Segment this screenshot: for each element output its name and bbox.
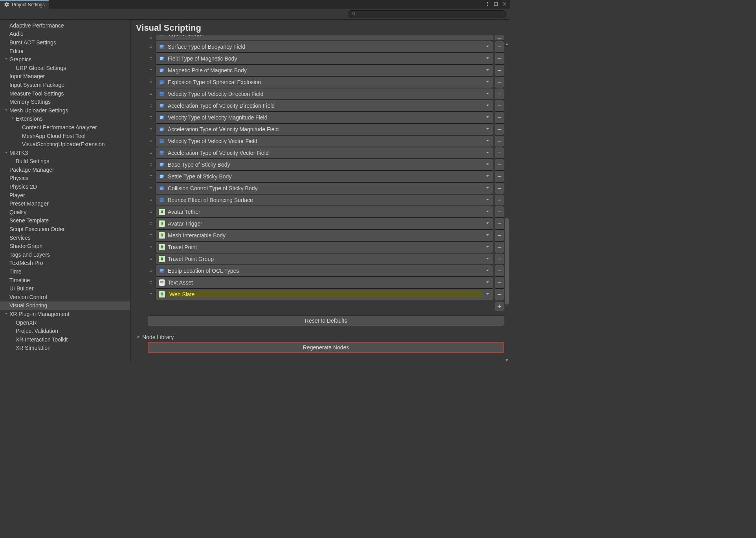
vertical-scrollbar[interactable]: ▲ ▼ — [504, 41, 510, 363]
remove-type-button[interactable]: − — [495, 76, 504, 88]
type-option-dropdown[interactable]: Base Type of Sticky Body — [156, 159, 493, 171]
remove-type-button[interactable]: − — [495, 253, 504, 265]
sidebar-item[interactable]: OpenXR — [0, 318, 130, 327]
drag-handle-icon[interactable]: = — [148, 182, 154, 194]
type-option-dropdown[interactable]: Velocity Type of Velocity Magnitude Fiel… — [156, 112, 493, 123]
type-option-dropdown[interactable]: Explosion Type of Spherical Explosion — [156, 76, 493, 88]
maximize-icon[interactable] — [493, 1, 499, 8]
sidebar-item[interactable]: TextMesh Pro — [0, 259, 130, 268]
remove-type-button[interactable]: − — [495, 112, 504, 123]
type-option-dropdown[interactable]: Equip Location of OCL Types — [156, 265, 493, 277]
type-option-dropdown[interactable]: Bounce Effect of Bouncing Surface — [156, 194, 493, 206]
scroll-thumb[interactable] — [505, 218, 509, 305]
type-option-dropdown[interactable]: Acceleration Type of Velocity Magnitude … — [156, 123, 493, 135]
type-option-dropdown[interactable]: #Travel Point — [156, 241, 493, 253]
remove-type-button[interactable]: − — [495, 206, 504, 218]
sidebar-item[interactable]: Visual Scripting — [0, 301, 130, 310]
sidebar-item[interactable]: Script Execution Order — [0, 225, 130, 233]
search-input[interactable] — [358, 11, 503, 17]
sidebar-item[interactable]: Timeline — [0, 276, 130, 285]
remove-type-button[interactable]: − — [495, 100, 504, 112]
drag-handle-icon[interactable]: = — [148, 35, 154, 41]
scroll-track[interactable] — [505, 46, 509, 358]
sidebar-item[interactable]: UI Builder — [0, 284, 130, 293]
sidebar-item[interactable]: Quality — [0, 208, 130, 217]
remove-type-button[interactable]: − — [495, 265, 504, 277]
remove-type-button[interactable]: − — [495, 64, 504, 76]
remove-type-button[interactable]: − — [495, 159, 504, 171]
sidebar-item[interactable]: Content Performance Analyzer — [0, 123, 130, 132]
main-content[interactable]: =Type of Image−=Surface Type of Buoyancy… — [130, 35, 510, 363]
sidebar-item[interactable]: Player — [0, 191, 130, 200]
type-option-dropdown[interactable]: #Mesh Interactable Body — [156, 230, 493, 241]
sidebar-item[interactable]: Audio — [0, 30, 130, 39]
reset-to-defaults-button[interactable]: Reset to Defaults — [148, 315, 504, 326]
type-option-dropdown[interactable]: Type of Image — [156, 35, 493, 41]
remove-type-button[interactable]: − — [495, 194, 504, 206]
type-option-dropdown[interactable]: #Avatar Tether — [156, 206, 493, 218]
sidebar-item[interactable]: Physics 2D — [0, 182, 130, 191]
sidebar-item[interactable]: Burst AOT Settings — [0, 38, 130, 47]
type-option-dropdown[interactable]: Magnetic Pole of Magnetic Body — [156, 64, 493, 76]
scroll-down-arrow-icon[interactable]: ▼ — [505, 358, 509, 363]
remove-type-button[interactable]: − — [495, 41, 504, 53]
sidebar-item[interactable]: Scene Template — [0, 217, 130, 225]
remove-type-button[interactable]: − — [495, 230, 504, 241]
remove-type-button[interactable]: − — [495, 171, 504, 182]
sidebar-item[interactable]: Mesh Uploader Settings — [0, 106, 130, 115]
sidebar-item[interactable]: Build Settings — [0, 157, 130, 166]
sidebar-item[interactable]: Extensions — [0, 115, 130, 123]
sidebar-item[interactable]: XR Plug-in Management — [0, 310, 130, 318]
drag-handle-icon[interactable]: = — [148, 171, 154, 182]
type-option-dropdown[interactable]: #Web Slate — [156, 288, 493, 300]
sidebar-item[interactable]: Project Validation — [0, 327, 130, 335]
type-option-dropdown[interactable]: Velocity Type of Velocity Vector Field — [156, 135, 493, 147]
drag-handle-icon[interactable]: = — [148, 123, 154, 135]
type-option-dropdown[interactable]: #Avatar Trigger — [156, 218, 493, 230]
sidebar-item[interactable]: Preset Manager — [0, 199, 130, 208]
drag-handle-icon[interactable]: = — [148, 194, 154, 206]
remove-type-button[interactable]: − — [495, 182, 504, 194]
type-option-dropdown[interactable]: Text Asset — [156, 277, 493, 288]
drag-handle-icon[interactable]: = — [148, 277, 154, 288]
sidebar-item[interactable]: ShaderGraph — [0, 242, 130, 250]
remove-type-button[interactable]: − — [495, 135, 504, 147]
remove-type-button[interactable]: − — [495, 35, 504, 41]
type-option-dropdown[interactable]: Collision Control Type of Sticky Body — [156, 182, 493, 194]
drag-handle-icon[interactable]: = — [148, 100, 154, 112]
drag-handle-icon[interactable]: = — [148, 64, 154, 76]
type-option-dropdown[interactable]: Surface Type of Buoyancy Field — [156, 41, 493, 53]
remove-type-button[interactable]: − — [495, 53, 504, 64]
settings-sidebar[interactable]: Adaptive PerformanceAudioBurst AOT Setti… — [0, 20, 130, 363]
close-icon[interactable] — [502, 1, 507, 8]
drag-handle-icon[interactable]: = — [148, 135, 154, 147]
regenerate-nodes-button[interactable]: Regenerate Nodes — [148, 342, 504, 353]
drag-handle-icon[interactable]: = — [148, 230, 154, 241]
sidebar-item[interactable]: Adaptive Performance — [0, 21, 130, 30]
sidebar-item[interactable]: Memory Settings — [0, 97, 130, 106]
type-option-dropdown[interactable]: Acceleration Type of Velocity Direction … — [156, 100, 493, 112]
drag-handle-icon[interactable]: = — [148, 253, 154, 265]
node-library-header[interactable]: Node Library — [136, 334, 504, 340]
sidebar-item[interactable]: Graphics — [0, 55, 130, 64]
sidebar-item[interactable]: Input Manager — [0, 72, 130, 81]
sidebar-item[interactable]: XR Interaction Toolkit — [0, 335, 130, 344]
sidebar-item[interactable]: Services — [0, 233, 130, 242]
sidebar-item[interactable]: MeshApp Cloud Host Tool — [0, 132, 130, 140]
type-option-dropdown[interactable]: #Travel Point Group — [156, 253, 493, 265]
project-settings-tab[interactable]: Project Settings — [0, 0, 49, 9]
add-type-button[interactable]: + — [495, 302, 504, 311]
remove-type-button[interactable]: − — [495, 277, 504, 288]
drag-handle-icon[interactable]: = — [148, 53, 154, 64]
drag-handle-icon[interactable]: = — [148, 147, 154, 159]
sidebar-item[interactable]: Editor — [0, 47, 130, 55]
sidebar-item[interactable]: Tags and Layers — [0, 250, 130, 259]
sidebar-item[interactable]: VisualScriptingUploaderExtension — [0, 140, 130, 149]
drag-handle-icon[interactable]: = — [148, 265, 154, 277]
type-option-dropdown[interactable]: Velocity Type of Velocity Direction Fiel… — [156, 88, 493, 100]
drag-handle-icon[interactable]: = — [148, 76, 154, 88]
remove-type-button[interactable]: − — [495, 288, 504, 300]
sidebar-item[interactable]: MRTK3 — [0, 149, 130, 157]
remove-type-button[interactable]: − — [495, 218, 504, 230]
more-icon[interactable] — [484, 1, 490, 8]
